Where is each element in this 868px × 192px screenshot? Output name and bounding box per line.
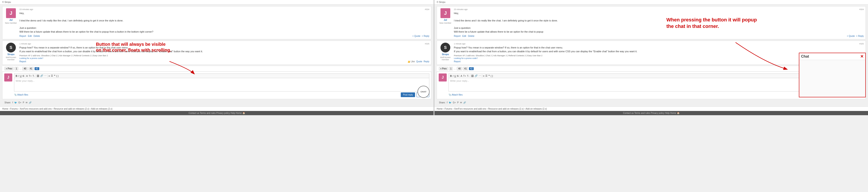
report-link-2r[interactable]: Report [454, 60, 461, 63]
share-label-left: Share: [4, 101, 11, 104]
post-num-1r: #324 [859, 8, 864, 10]
font-size-up-icon[interactable]: T+ [29, 75, 32, 77]
avatar-col-2r: S Siropu Well-known member [439, 43, 452, 63]
quote-btn-1[interactable]: + Quote [412, 35, 421, 37]
chat-float-button[interactable]: CHAT [417, 86, 430, 98]
page-41-left[interactable]: 41 [29, 67, 34, 70]
report-link-1[interactable]: Report [20, 35, 26, 37]
code-icon-r[interactable]: { } [491, 75, 493, 77]
share-email-icon[interactable]: ✉ [26, 101, 27, 104]
strikethrough-icon[interactable]: S [23, 75, 24, 77]
share-link-icon-r[interactable]: 🔗 [463, 101, 466, 104]
attach-link-left[interactable]: 📎 Attach files [14, 93, 28, 96]
underline-icon-r[interactable]: U [454, 75, 456, 77]
font-size-up-icon-r[interactable]: T+ [463, 75, 466, 77]
edit-link-1[interactable]: Edit [28, 35, 32, 37]
chat-popup-title: Chat [801, 54, 809, 58]
font-size-down-icon[interactable]: T- [33, 75, 35, 77]
quote-btn-1r[interactable]: + Quote [847, 35, 855, 37]
reply-btn-2[interactable]: Reply [424, 60, 429, 63]
editor-toolbar-left: B I U S A T+ T- 🖼 🔗 ⋯ ≡ ☰ ❝ { } [14, 74, 429, 78]
post-actions-1: Report Edit Delete + Quote + Reply [20, 35, 429, 37]
more-icon[interactable]: ⋯ [44, 74, 46, 77]
prev-btn-left[interactable]: « Prev [4, 67, 13, 70]
quote-format-icon-r[interactable]: ❝ [488, 74, 490, 77]
attach-link-right[interactable]: 📎 Attach files [448, 93, 463, 96]
avatar-2r: S [440, 43, 450, 52]
prev-btn-right[interactable]: « Prev [439, 67, 448, 70]
reply-btn-1[interactable]: + Reply [422, 35, 429, 37]
quote-btn-2[interactable]: Quote [416, 60, 422, 63]
avatar-col-1: J Jul New member [4, 8, 18, 37]
user-role-2: Well-known member [4, 56, 18, 61]
page-1-left[interactable]: 1 [14, 67, 19, 70]
list-icon-r[interactable]: ☰ [485, 74, 488, 77]
page-40-left[interactable]: 40 [22, 67, 27, 70]
post-card-2: S Siropu Well-known member 1 minute ago … [2, 40, 431, 65]
share-link-icon[interactable]: 🔗 [29, 101, 31, 104]
image-icon[interactable]: 🖼 [37, 75, 39, 77]
image-icon-r[interactable]: 🖼 [471, 75, 474, 77]
more-icon-r[interactable]: ⋯ [478, 74, 481, 77]
edit-link-1r[interactable]: Edit [462, 35, 466, 37]
delete-link-1[interactable]: Delete [33, 35, 40, 37]
username-2r: Siropu [442, 53, 449, 56]
separator3 [48, 75, 48, 77]
link-icon-r[interactable]: 🔗 [474, 74, 478, 77]
page-41-right[interactable]: 41 [463, 67, 468, 70]
avatar-2: S [6, 43, 16, 52]
reply-btn-1r[interactable]: + Reply [856, 35, 864, 37]
separator2r [470, 75, 470, 77]
reply-actions-2: 👍 Like Quote Reply [407, 60, 429, 63]
post-time-1r: 23 minutes ago [454, 8, 468, 10]
bold-icon[interactable]: B [16, 75, 18, 77]
promo-text-2: Looking for a promo code? [20, 57, 429, 59]
breadcrumb-right: Home › Forums › XenForo resources and ad… [434, 107, 868, 111]
username-1: Jul [9, 19, 12, 21]
page-42-left[interactable]: 42 [35, 67, 39, 70]
chat-popup-close-btn[interactable]: ✕ [860, 54, 864, 59]
page-40-right[interactable]: 40 [457, 67, 462, 70]
editor-placeholder-left: Write your reply... [16, 80, 35, 82]
list-icon[interactable]: ☰ [51, 74, 53, 77]
post-num-1: #324 [425, 8, 429, 10]
chat-btn-label: CHAT [421, 91, 426, 93]
share-twitter-icon-r[interactable]: 🐦 [449, 101, 452, 104]
post-text-1: Hey, I tried the demo and I do really li… [20, 11, 429, 33]
addons-text-2: Premium XF 2 add-ons: Shoutbox | Chat 2 … [20, 54, 429, 57]
separator1 [25, 75, 25, 77]
link-icon[interactable]: 🔗 [40, 74, 43, 77]
avatar-1r: J [440, 8, 450, 18]
quote-format-icon[interactable]: ❝ [54, 74, 55, 77]
italic-icon-r[interactable]: I [453, 75, 454, 77]
page-1-right[interactable]: 1 [449, 67, 453, 70]
font-color-icon-r[interactable]: A [461, 75, 462, 77]
share-twitter-icon[interactable]: 🐦 [14, 101, 17, 104]
align-icon[interactable]: ≡ [49, 75, 50, 77]
bold-icon-r[interactable]: B [450, 75, 452, 77]
font-color-icon[interactable]: A [26, 75, 28, 77]
align-icon-r[interactable]: ≡ [483, 75, 485, 77]
font-size-down-icon-r[interactable]: T- [467, 75, 469, 77]
strikethrough-icon-r[interactable]: S [457, 75, 459, 77]
share-pinterest-icon[interactable]: P [23, 101, 24, 104]
post-actions-2: Report 👍 Like Quote Reply [20, 60, 429, 63]
delete-link-1r[interactable]: Delete [468, 35, 474, 37]
editor-area-left[interactable]: Write your reply... [14, 78, 429, 91]
like-btn-2[interactable]: 👍 Like [407, 60, 415, 63]
page-42-right[interactable]: 42 [469, 67, 474, 70]
report-link-2[interactable]: Report [20, 60, 26, 63]
share-email-icon-r[interactable]: ✉ [460, 101, 462, 104]
post-actions-1r: Report Edit Delete + Quote + Reply [454, 35, 864, 37]
code-icon[interactable]: { } [56, 75, 58, 77]
report-link-1r[interactable]: Report [454, 35, 461, 37]
editor-avatar-left: J [4, 74, 12, 81]
italic-icon[interactable]: I [18, 75, 19, 77]
post-reply-btn-left[interactable]: Post reply [401, 92, 415, 97]
underline-icon[interactable]: U [20, 75, 22, 77]
share-gplus-icon[interactable]: G+ [18, 101, 22, 104]
share-facebook-icon-r[interactable]: f [447, 101, 447, 104]
share-pinterest-icon-r[interactable]: P [457, 101, 459, 104]
share-gplus-icon-r[interactable]: G+ [453, 101, 456, 104]
share-facebook-icon[interactable]: f [12, 101, 13, 104]
